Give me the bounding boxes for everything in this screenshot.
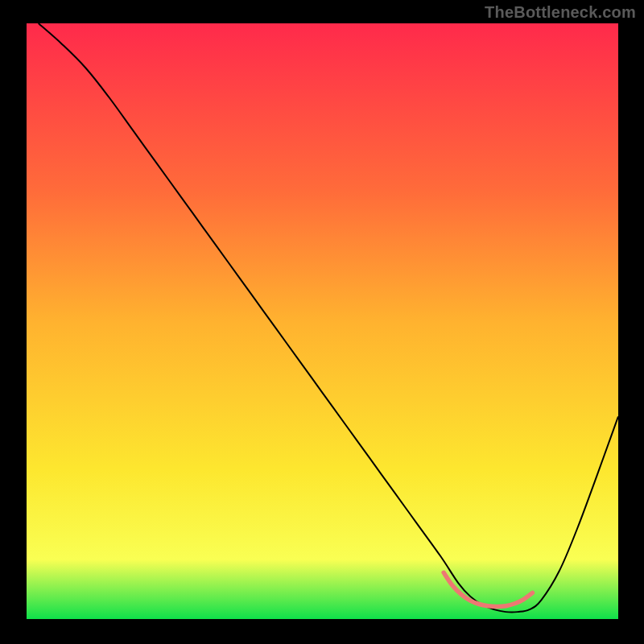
chart-frame: TheBottleneck.com — [0, 0, 644, 644]
plot-area — [27, 23, 618, 619]
watermark-text: TheBottleneck.com — [485, 3, 636, 22]
gradient-background — [27, 23, 618, 619]
plot-svg — [27, 23, 618, 619]
